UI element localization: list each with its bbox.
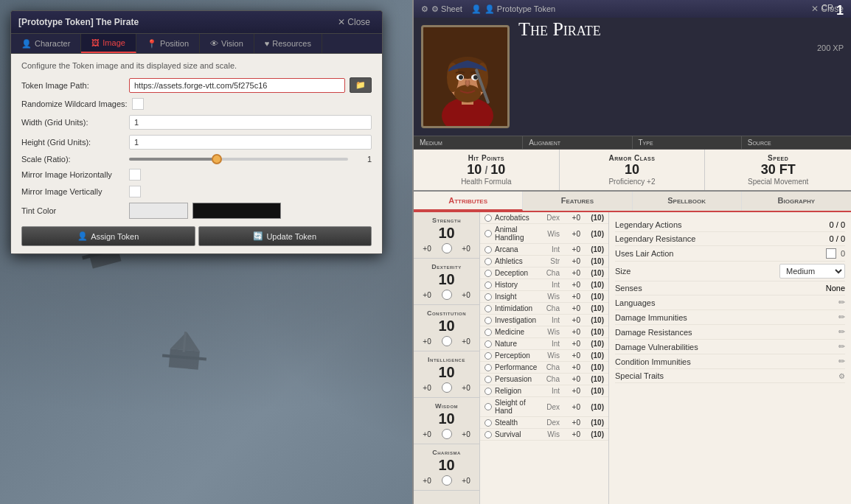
skill-row-medicine[interactable]: Medicine Wis +0 (10): [480, 326, 608, 338]
skill-row-animal-handling[interactable]: Animal Handling Wis +0 (10): [480, 224, 608, 244]
attr-score[interactable]: 10: [438, 271, 454, 287]
skill-proficiency-bubble[interactable]: [484, 293, 492, 301]
skill-proficiency-bubble[interactable]: [484, 305, 492, 312]
sheet-link[interactable]: ⚙ ⚙ Sheet: [421, 4, 462, 14]
attr-save-mod[interactable]: +0: [417, 291, 437, 299]
attr-skill-mod[interactable]: +0: [456, 477, 476, 485]
attr-proficiency-bubble[interactable]: [442, 475, 452, 486]
skill-proficiency-bubble[interactable]: [484, 340, 492, 348]
attr-proficiency-bubble[interactable]: [442, 429, 452, 439]
attr-save-mod[interactable]: +0: [417, 384, 437, 392]
skill-row-persuasion[interactable]: Persuasion Cha +0 (10): [480, 374, 608, 385]
skill-proficiency-bubble[interactable]: [484, 214, 492, 222]
size-select[interactable]: Medium Small Large Tiny Huge Gargantuan: [779, 264, 845, 279]
dmg-vulnerabilities-edit-icon[interactable]: ✏: [838, 342, 845, 351]
skill-dc: (10): [583, 269, 604, 277]
skill-row-survival[interactable]: Survival Wis +0 (10): [480, 429, 608, 441]
tab-vision[interactable]: 👁 Vision: [200, 34, 254, 53]
skill-row-athletics[interactable]: Athletics Str +0 (10): [480, 256, 608, 267]
skill-proficiency-bubble[interactable]: [484, 376, 492, 383]
mirror-v-checkbox[interactable]: [129, 186, 141, 197]
skill-proficiency-bubble[interactable]: [484, 403, 492, 410]
speed-block: Speed 30 FT Special Movement: [705, 150, 851, 190]
attr-save-mod[interactable]: +0: [417, 245, 437, 253]
attr-score[interactable]: 10: [438, 318, 454, 334]
skill-row-perception[interactable]: Perception Wis +0 (10): [480, 350, 608, 362]
hp-title: Hit Points: [417, 154, 556, 162]
attr-proficiency-bubble[interactable]: [442, 336, 452, 346]
token-dialog-close-button[interactable]: ✕ Close: [333, 15, 375, 29]
skill-proficiency-bubble[interactable]: [484, 364, 492, 371]
skill-proficiency-bubble[interactable]: [484, 270, 492, 277]
skill-proficiency-bubble[interactable]: [484, 388, 492, 395]
token-image-path-input[interactable]: [129, 78, 345, 93]
tab-position[interactable]: 📍 Position: [136, 34, 200, 53]
attr-proficiency-bubble[interactable]: [442, 290, 452, 300]
uses-lair-label: Uses Lair Action: [615, 249, 673, 258]
attr-skill-mod[interactable]: +0: [456, 430, 476, 438]
tab-image[interactable]: 🖼 Image: [81, 34, 136, 53]
tint-color-picker-black[interactable]: [192, 203, 281, 219]
skill-row-arcana[interactable]: Arcana Int +0 (10): [480, 244, 608, 256]
skill-proficiency-bubble[interactable]: [484, 317, 492, 324]
skill-proficiency-bubble[interactable]: [484, 281, 492, 289]
hp-max[interactable]: 10: [490, 162, 505, 178]
attr-save-mod[interactable]: +0: [417, 337, 437, 346]
skill-proficiency-bubble[interactable]: [484, 258, 492, 265]
skill-row-sleight-of-hand[interactable]: Sleight of Hand Dex +0 (10): [480, 397, 608, 417]
skill-row-stealth[interactable]: Stealth Dex +0 (10): [480, 417, 608, 429]
skill-row-nature[interactable]: Nature Int +0 (10): [480, 338, 608, 350]
skill-proficiency-bubble[interactable]: [484, 329, 492, 336]
skill-proficiency-bubble[interactable]: [484, 352, 492, 360]
special-traits-gear-icon[interactable]: ⚙: [838, 372, 845, 380]
attr-score[interactable]: 10: [438, 410, 454, 427]
condition-immunities-edit-icon[interactable]: ✏: [838, 357, 845, 366]
scale-slider[interactable]: [129, 158, 348, 161]
tab-spellbook[interactable]: Spellbook: [633, 192, 742, 211]
skill-row-religion[interactable]: Religion Int +0 (10): [480, 385, 608, 397]
tab-attributes[interactable]: Attributes: [414, 192, 523, 211]
attr-skill-mod[interactable]: +0: [456, 384, 476, 392]
uses-lair-checkbox[interactable]: [826, 248, 836, 259]
skill-row-history[interactable]: History Int +0 (10): [480, 279, 608, 291]
attr-save-mod[interactable]: +0: [417, 477, 437, 485]
dmg-immunities-edit-icon[interactable]: ✏: [838, 312, 845, 322]
assign-token-button[interactable]: 👤 Assign Token: [21, 226, 195, 246]
languages-edit-icon[interactable]: ✏: [838, 298, 845, 307]
attr-skill-mod[interactable]: +0: [456, 245, 476, 253]
skill-row-investigation[interactable]: Investigation Int +0 (10): [480, 315, 608, 326]
skill-row-acrobatics[interactable]: Acrobatics Dex +0 (10): [480, 212, 608, 224]
tab-character[interactable]: 👤 Character: [11, 34, 81, 53]
skill-proficiency-bubble[interactable]: [484, 230, 492, 237]
attr-score[interactable]: 10: [438, 225, 454, 241]
update-token-button[interactable]: 🔄 Update Token: [198, 226, 372, 246]
skill-row-insight[interactable]: Insight Wis +0 (10): [480, 291, 608, 303]
dmg-resistances-edit-icon[interactable]: ✏: [838, 327, 845, 337]
attr-proficiency-bubble[interactable]: [442, 382, 452, 393]
tint-color-picker-white[interactable]: [129, 203, 188, 219]
skill-proficiency-bubble[interactable]: [484, 419, 492, 427]
skill-row-intimidation[interactable]: Intimidation Cha +0 (10): [480, 303, 608, 315]
tab-resources[interactable]: ♥ Resources: [254, 34, 322, 53]
skill-proficiency-bubble[interactable]: [484, 246, 492, 253]
randomize-checkbox[interactable]: [132, 98, 144, 110]
skill-proficiency-bubble[interactable]: [484, 431, 492, 438]
skill-row-deception[interactable]: Deception Cha +0 (10): [480, 267, 608, 279]
token-image-browse-button[interactable]: 📁: [350, 77, 372, 93]
mirror-h-checkbox[interactable]: [129, 169, 141, 181]
attr-score[interactable]: 10: [438, 457, 454, 473]
tab-features[interactable]: Features: [523, 192, 632, 211]
skill-row-performance[interactable]: Performance Cha +0 (10): [480, 362, 608, 374]
skill-ability: Str: [550, 257, 560, 265]
attr-skill-mod[interactable]: +0: [456, 291, 476, 299]
attr-proficiency-bubble[interactable]: [442, 243, 452, 253]
speed-value[interactable]: 30 FT: [761, 162, 796, 178]
attr-score[interactable]: 10: [438, 364, 454, 380]
tab-biography[interactable]: Biography: [742, 192, 851, 211]
ac-value[interactable]: 10: [625, 162, 639, 178]
attr-save-mod[interactable]: +0: [417, 430, 437, 438]
height-input[interactable]: [129, 135, 372, 150]
width-input[interactable]: [129, 115, 372, 130]
hp-current[interactable]: 10: [467, 162, 482, 178]
attr-skill-mod[interactable]: +0: [456, 337, 476, 346]
